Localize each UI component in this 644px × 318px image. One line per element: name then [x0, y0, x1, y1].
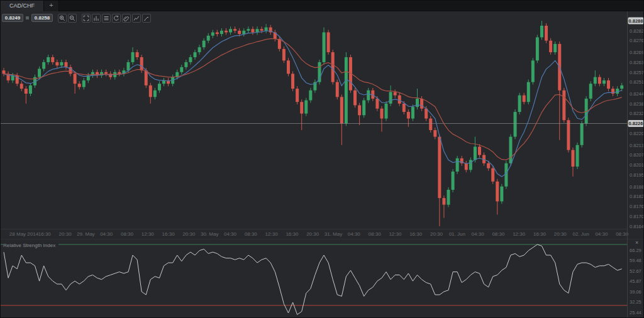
time-axis-label: 08:30: [594, 231, 644, 237]
attach-button[interactable]: [122, 14, 131, 23]
svg-text:0.8201: 0.8201: [630, 162, 644, 168]
trading-app-window: CAD/CHF + 0.82880.82820.82760.82690.8263…: [0, 0, 644, 318]
svg-text:39.06: 39.06: [630, 289, 641, 295]
svg-text:0.8170: 0.8170: [630, 214, 644, 219]
price-axis: 0.82880.82820.82760.82690.82630.82570.82…: [628, 18, 644, 229]
tab-bar: CAD/CHF +: [1, 1, 644, 11]
chart-toolbar: 0.8249 0.8258: [2, 13, 151, 23]
svg-text:0.8220: 0.8220: [630, 131, 644, 136]
chart-bars-icon: [93, 15, 99, 21]
svg-text:0.8251: 0.8251: [630, 79, 644, 85]
svg-text:0.8195: 0.8195: [630, 172, 644, 178]
svg-text:0.8176: 0.8176: [630, 204, 644, 209]
panel-divider: [1, 239, 644, 239]
svg-text:0.8282: 0.8282: [630, 28, 644, 34]
refresh-button[interactable]: [112, 14, 121, 23]
attach-icon: [123, 15, 130, 21]
time-axis[interactable]: 28 May 201416:3020:3029. May04:3008:3012…: [1, 229, 627, 239]
svg-text:0.8269: 0.8269: [630, 50, 644, 55]
edit-button[interactable]: [142, 14, 151, 23]
svg-text:0.8238: 0.8238: [630, 101, 644, 107]
svg-text:0.8276: 0.8276: [630, 38, 644, 43]
zoom-out-icon: [69, 15, 75, 21]
refresh-icon: [113, 15, 119, 21]
svg-text:0.8164: 0.8164: [630, 224, 644, 229]
fit-chart-button[interactable]: [82, 14, 91, 23]
bid-button[interactable]: 0.8249: [2, 14, 23, 22]
svg-text:0.8207: 0.8207: [630, 152, 644, 158]
ask-button[interactable]: 0.8258: [31, 14, 53, 22]
edit-icon: [143, 15, 150, 21]
svg-text:32.25: 32.25: [630, 299, 641, 305]
tab-cadchf[interactable]: CAD/CHF: [1, 1, 44, 11]
spread-indicator: [26, 16, 29, 19]
rsi-axis: 66.2959.4852.6745.8739.0632.2525.44: [630, 248, 641, 315]
svg-text:0.8182: 0.8182: [630, 194, 644, 199]
svg-text:0.8257: 0.8257: [630, 70, 644, 75]
svg-text:0.8213: 0.8213: [630, 143, 644, 148]
zoom-in-button[interactable]: [58, 14, 67, 23]
toolbar-icons: [57, 14, 151, 23]
svg-text:0.8226: 0.8226: [629, 121, 643, 126]
svg-text:0.8263: 0.8263: [630, 60, 644, 65]
line-chart-button[interactable]: [132, 14, 141, 23]
chart-bars-button[interactable]: [92, 14, 101, 23]
line-chart-icon: [133, 15, 140, 21]
svg-text:0.8188: 0.8188: [630, 184, 644, 190]
rsi-close-button[interactable]: ×: [635, 240, 638, 246]
rsi-indicator-chart[interactable]: 66.2959.4852.6745.8739.0632.2525.44: [1, 239, 644, 318]
svg-text:66.29: 66.29: [630, 248, 641, 253]
zoom-in-icon: [59, 15, 65, 21]
svg-text:59.48: 59.48: [630, 258, 641, 263]
indicator-list-icon: [103, 15, 109, 21]
ma-fast: [4, 31, 622, 177]
svg-text:45.87: 45.87: [630, 278, 641, 284]
svg-text:0.8288: 0.8288: [629, 18, 643, 24]
zoom-out-button[interactable]: [68, 14, 77, 23]
indicator-list-button[interactable]: [102, 14, 111, 23]
svg-text:52.67: 52.67: [630, 268, 641, 274]
rsi-title: Relative Strength Index: [3, 243, 58, 248]
svg-text:0.8244: 0.8244: [630, 91, 644, 97]
svg-text:0.8232: 0.8232: [630, 111, 644, 116]
price-axis-border: [627, 11, 628, 318]
add-tab-button[interactable]: +: [44, 1, 59, 11]
candlestick-chart[interactable]: 0.82880.82820.82760.82690.82630.82570.82…: [1, 11, 644, 229]
svg-text:25.44: 25.44: [630, 310, 641, 315]
fit-chart-icon: [83, 15, 89, 21]
rsi-line: [4, 244, 622, 315]
